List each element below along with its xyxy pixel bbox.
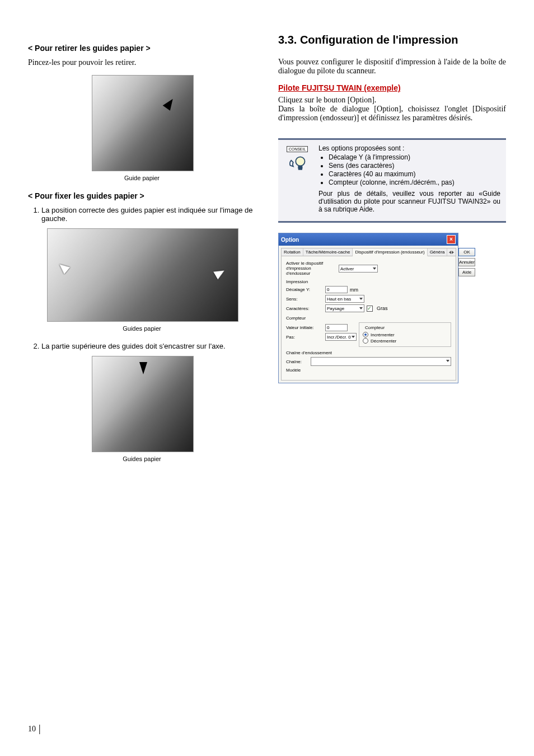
radio-increment-label: Incrémenter — [371, 332, 395, 337]
svg-rect-1 — [298, 166, 302, 169]
offset-y-label: Décalage Y: — [286, 287, 323, 292]
tab-general[interactable]: Généra — [428, 248, 448, 256]
enable-imprinter-select[interactable]: Activer — [339, 265, 378, 273]
page-number: 10│ — [28, 725, 43, 734]
chevron-right-icon[interactable] — [452, 251, 454, 254]
tip-item: Caractères (40 au maximum) — [329, 170, 500, 178]
initial-value-input[interactable]: 0 — [325, 324, 348, 331]
option-dialog: Option × Rotation Tâche/Mémoire-cache Di… — [278, 233, 458, 383]
tip-icon-area: CONSEIL — [282, 144, 313, 215]
tip-more: Pour plus de détails, veuillez vous repo… — [318, 190, 500, 213]
radio-decrement[interactable]: Décrémenter — [363, 338, 447, 344]
counter-group-title: Compteur — [286, 316, 451, 321]
tip-intro: Les options proposées sont : — [318, 144, 404, 152]
fix-guides-steps: La position correcte des guides papier e… — [28, 206, 256, 223]
svg-point-0 — [296, 157, 305, 166]
tip-item: Décalage Y (à l'impression) — [329, 153, 500, 161]
ok-button[interactable]: OK — [458, 248, 475, 256]
step-select[interactable]: Incr./Décr. 0 — [325, 333, 357, 341]
counter-legend: Compteur — [364, 325, 386, 330]
model-label: Modèle — [286, 368, 308, 373]
right-column: 3.3. Configuration de l'impression Vous … — [278, 34, 506, 472]
tip-item: Compteur (colonne, incrém./décrém., pas) — [329, 179, 500, 186]
tab-cache[interactable]: Tâche/Mémoire-cache — [303, 248, 353, 256]
close-icon[interactable]: × — [447, 235, 456, 244]
dialog-titlebar: Option × — [279, 233, 458, 246]
driver-heading: Pilote FUJITSU TWAIN (exemple) — [278, 83, 506, 92]
heading-fix-guides: < Pour fixer les guides papier > — [28, 191, 256, 200]
radio-increment[interactable]: Incrémenter — [363, 332, 447, 337]
dialog-side-buttons: OK Annuler Aide — [458, 248, 475, 381]
remove-instruction: Pincez-les pour pouvoir les retirer. — [28, 58, 256, 67]
chevron-left-icon[interactable] — [449, 251, 451, 254]
left-column: < Pour retirer les guides papier > Pince… — [28, 34, 256, 472]
step-2: La partie supérieure des guides doit s'e… — [41, 342, 256, 350]
dialog-tabs: Rotation Tâche/Mémoire-cache Dispositif … — [282, 248, 456, 256]
caption-guide-papier-1: Guide papier — [28, 175, 256, 181]
tip-box: CONSEIL Les options proposées sont : Déc… — [278, 138, 506, 223]
offset-y-input[interactable]: 0 — [325, 286, 348, 293]
enable-imprinter-label: Activer le dispositif d'impression d'end… — [286, 261, 336, 276]
tip-list: Décalage Y (à l'impression) Sens (des ca… — [318, 153, 500, 186]
driver-instruction-1: Cliquez sur le bouton [Option]. — [278, 96, 506, 105]
tip-body: Les options proposées sont : Décalage Y … — [318, 144, 500, 215]
heading-remove-guides: < Pour retirer les guides papier > — [28, 44, 256, 53]
string-label: Chaîne: — [286, 359, 308, 364]
caption-guides-papier-3: Guides papier — [28, 456, 256, 462]
characters-select[interactable]: Paysage — [325, 304, 364, 312]
direction-label: Sens: — [286, 297, 323, 302]
step-label: Pas: — [286, 335, 323, 340]
figure-correct-position — [47, 228, 238, 322]
direction-select[interactable]: Haut en bas — [325, 295, 364, 303]
initial-value-label: Valeur initiale: — [286, 325, 323, 330]
dialog-title: Option — [281, 237, 299, 243]
counter-fieldset: Compteur Incrémenter Décrémenter — [359, 322, 451, 347]
intro-paragraph: Vous pouvez configurer le dispositif d'i… — [278, 58, 506, 76]
tab-scroll[interactable] — [447, 248, 456, 256]
fix-guides-steps-2: La partie supérieure des guides doit s'e… — [28, 342, 256, 350]
tab-imprinter[interactable]: Dispositif d'impression (endosseur) — [353, 248, 427, 256]
radio-decrement-label: Décrémenter — [371, 339, 396, 344]
radio-icon — [363, 332, 368, 337]
offset-y-unit: mm — [350, 287, 358, 293]
help-button[interactable]: Aide — [458, 268, 475, 276]
section-title: 3.3. Configuration de l'impression — [278, 34, 506, 46]
lightbulb-icon — [286, 153, 308, 173]
figure-attach-on-axis — [92, 356, 194, 452]
driver-instruction-2: Dans la boîte de dialogue [Option], choi… — [278, 105, 506, 123]
bold-label: Gras — [377, 306, 388, 311]
string-select[interactable] — [311, 357, 451, 366]
bold-checkbox[interactable] — [367, 306, 373, 312]
tip-item: Sens (des caractères) — [329, 162, 500, 170]
endorse-string-title: Chaîne d'endossement — [286, 350, 451, 355]
caption-guides-papier-2: Guides papier — [28, 325, 256, 332]
impression-group: Impression — [286, 279, 451, 284]
cancel-button[interactable]: Annuler — [458, 258, 475, 266]
step-1: La position correcte des guides papier e… — [41, 206, 256, 223]
characters-label: Caractères: — [286, 306, 323, 311]
figure-remove-guides — [92, 75, 194, 171]
radio-icon — [363, 338, 368, 344]
tip-label: CONSEIL — [287, 146, 308, 152]
tab-rotation[interactable]: Rotation — [282, 248, 303, 256]
